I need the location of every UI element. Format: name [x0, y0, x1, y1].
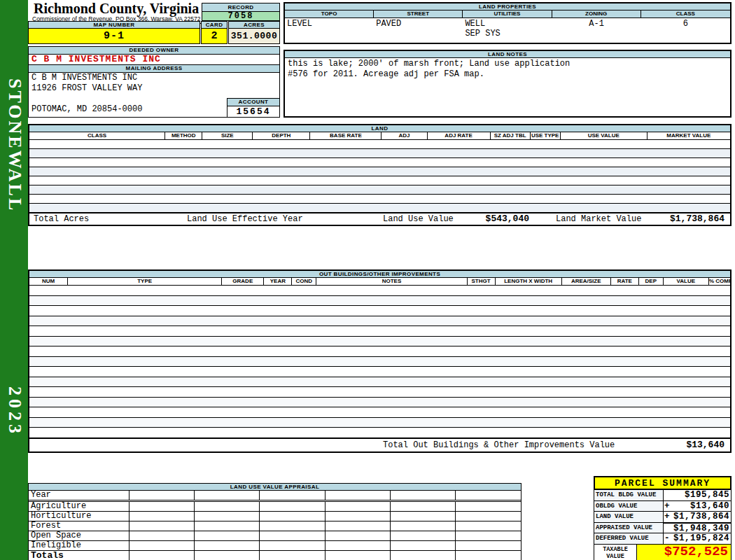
- card-value: 2: [201, 29, 227, 44]
- empty-cell: [456, 541, 521, 550]
- topo-value: LEVEL: [285, 19, 374, 38]
- record-card: Richmond County, Virginia Commissioner o…: [28, 0, 735, 560]
- out-buildings-title: OUT BUILDINGS/OTHER IMPROVEMENTS: [29, 271, 730, 278]
- county-title: Richmond County, Virginia: [29, 1, 202, 15]
- acres-label: ACRES: [228, 21, 280, 29]
- empty-cell: [260, 541, 325, 550]
- row-value: $1,738,864: [671, 512, 731, 522]
- col-market-value: MARKET VALUE: [648, 132, 730, 139]
- zoning-value: A-1: [552, 19, 641, 38]
- col-value: VALUE: [664, 278, 709, 285]
- card-label: CARD: [201, 21, 227, 29]
- mailing-line: C B M INVESTMENTS INC: [29, 73, 279, 83]
- col-utilities: UTILITIES: [463, 10, 552, 18]
- empty-cell: [130, 531, 195, 540]
- land-table-empty-row: [29, 186, 730, 195]
- col-adj-rate: ADJ RATE: [428, 132, 491, 139]
- col-length-x-width: LENGTH X WIDTH: [496, 278, 562, 285]
- empty-cell: [195, 512, 260, 521]
- empty-cell: [391, 541, 456, 550]
- appraisal-row-totals: Totals: [29, 551, 521, 560]
- account-value: 15654: [227, 106, 279, 117]
- land-table-totals: Total Acres Land Use Effective Year Land…: [29, 213, 730, 225]
- account-label: ACCOUNT: [227, 99, 279, 106]
- col-sz-adj-tbl: SZ ADJ TBL: [491, 132, 531, 139]
- land-table-empty-row: [29, 176, 730, 186]
- out-buildings-empty-row: [29, 357, 730, 368]
- row-label: LAND VALUE: [594, 512, 664, 523]
- out-buildings-empty-row: [29, 398, 730, 408]
- empty-cell: [326, 522, 391, 531]
- row-label: Open Space: [29, 531, 130, 540]
- district-sidebar: STONEWALL 2023: [0, 0, 28, 560]
- out-buildings-table: OUT BUILDINGS/OTHER IMPROVEMENTS NUM TYP…: [28, 270, 732, 453]
- empty-cell: [456, 502, 521, 511]
- deeded-owner-section: DEEDED OWNER C B M INVESTMENTS INC: [28, 46, 280, 65]
- empty-cell: [195, 541, 260, 550]
- row-label: Ineligible: [29, 541, 130, 550]
- col-method: METHOD: [165, 132, 202, 139]
- land-notes-line: this is lake; 2000' of marsh front; Land…: [288, 59, 727, 69]
- out-buildings-columns: NUM TYPE GRADE YEAR COND NOTES STHGT LEN…: [29, 278, 730, 286]
- empty-cell: [456, 531, 521, 540]
- col-use-value: USE VALUE: [561, 132, 648, 139]
- land-market-value: $1,738,864: [670, 214, 724, 225]
- row-label: TOTAL BLDG VALUE: [594, 490, 664, 501]
- row-label: Totals: [29, 551, 130, 560]
- col-class: CLASS: [641, 10, 730, 18]
- empty-cell: [326, 541, 391, 550]
- empty-cell: [326, 531, 391, 540]
- empty-cell: [391, 491, 456, 500]
- land-table-empty-row: [29, 195, 730, 204]
- record-value: 7058: [202, 12, 279, 20]
- parcel-summary-row: OBLDG VALUE +$13,640: [594, 501, 732, 512]
- land-market-value-label: Land Market Value: [556, 214, 641, 225]
- land-notes-text: this is lake; 2000' of marsh front; Land…: [285, 58, 730, 80]
- col-dep: DEP: [639, 278, 664, 285]
- land-table-empty-row: [29, 167, 730, 176]
- land-notes-title: LAND NOTES: [285, 51, 730, 58]
- out-buildings-totals: Total Out Buildings & Other Improvements…: [29, 438, 730, 451]
- parcel-summary: PARCEL SUMMARY TOTAL BLDG VALUE $195,845…: [594, 476, 732, 560]
- map-number-value: 9-1: [28, 29, 200, 44]
- land-use-appraisal-table: LAND USE VALUE APPRAISAL Year Agricultur…: [28, 483, 522, 560]
- parcel-summary-row: APPRAISED VALUE $1,948,349: [594, 523, 732, 534]
- appraisal-row-forest: Forest: [29, 522, 521, 531]
- record-box: RECORD 7058: [202, 3, 280, 21]
- map-number-label: MAP NUMBER: [28, 21, 200, 29]
- empty-cell: [326, 502, 391, 511]
- land-table-empty-row: [29, 140, 730, 149]
- land-use-effective-year-label: Land Use Effective Year: [187, 214, 303, 225]
- empty-cell: [391, 551, 456, 560]
- col-cond: COND: [292, 278, 316, 285]
- county-header: Richmond County, Virginia Commissioner o…: [29, 1, 202, 21]
- land-properties-section: LAND PROPERTIES TOPO STREET UTILITIES ZO…: [284, 2, 732, 44]
- street-value: PAVED: [374, 19, 463, 38]
- row-sign: -: [664, 533, 671, 544]
- taxable-value: $752,525: [637, 545, 732, 560]
- empty-cell: [260, 531, 325, 540]
- land-table-empty-row: [29, 204, 730, 213]
- row-value: $13,640: [671, 501, 731, 512]
- acres-value: 351.0000: [228, 29, 280, 44]
- col-type: TYPE: [68, 278, 222, 285]
- empty-cell: [195, 522, 260, 531]
- land-table-empty-row: [29, 158, 730, 167]
- empty-cell: [456, 491, 521, 500]
- out-buildings-empty-row: [29, 428, 730, 438]
- land-properties-title: LAND PROPERTIES: [285, 4, 730, 10]
- appraisal-row-ineligible: Ineligible: [29, 541, 521, 551]
- district-name-vertical: STONEWALL: [3, 78, 25, 212]
- appraisal-row-year: Year: [29, 491, 521, 500]
- empty-cell: [391, 512, 456, 521]
- col-class: CLASS: [29, 132, 165, 139]
- row-label: Agriculture: [29, 502, 130, 511]
- row-sign: +: [664, 501, 671, 512]
- appraisal-row-horticulture: Horticulture: [29, 512, 521, 522]
- empty-cell: [260, 522, 325, 531]
- mailing-line: 11926 FROST VALLEY WAY: [29, 83, 279, 94]
- land-use-value: $543,040: [486, 214, 529, 225]
- empty-cell: [130, 551, 195, 560]
- parcel-summary-title: PARCEL SUMMARY: [594, 476, 732, 490]
- out-buildings-empty-row: [29, 296, 730, 307]
